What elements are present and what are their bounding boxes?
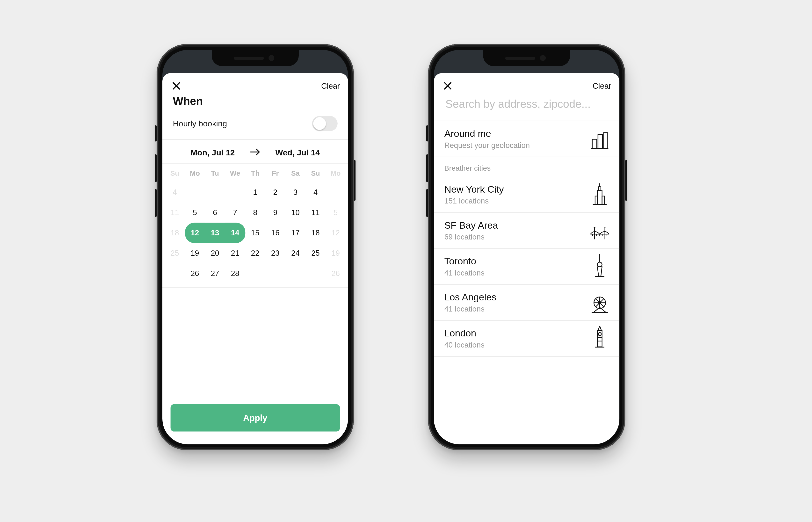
city-item[interactable]: New York City151 locations bbox=[434, 177, 620, 213]
city-item[interactable]: SF Bay Area69 locations bbox=[434, 213, 620, 249]
phone-notch bbox=[483, 50, 570, 66]
calendar-day[interactable]: 12 bbox=[185, 223, 205, 243]
calendar-day[interactable]: 18 bbox=[305, 223, 326, 243]
weekday-label: Th bbox=[245, 164, 265, 182]
svg-point-27 bbox=[598, 332, 601, 335]
calendar-day[interactable]: 25 bbox=[305, 243, 326, 263]
clear-button[interactable]: Clear bbox=[321, 81, 340, 90]
city-name: London bbox=[444, 328, 485, 339]
phone-side-button bbox=[426, 125, 428, 141]
phone-side-button bbox=[155, 189, 157, 217]
calendar-day-adjacent bbox=[326, 182, 346, 202]
calendar-day[interactable]: 24 bbox=[285, 243, 305, 263]
range-start[interactable]: Mon, Jul 12 bbox=[190, 148, 235, 157]
calendar-day[interactable]: 15 bbox=[245, 223, 265, 243]
date-range-display: Mon, Jul 12 Wed, Jul 14 bbox=[162, 140, 348, 163]
city-subtitle: 41 locations bbox=[444, 268, 485, 277]
phone-screen: Clear When Hourly booking Mon, Jul 12 bbox=[162, 50, 348, 444]
svg-point-17 bbox=[597, 262, 602, 266]
phone-side-button bbox=[426, 189, 428, 217]
phone-screen: Clear Around me Request your geolocation bbox=[434, 50, 620, 444]
hourly-booking-label: Hourly booking bbox=[173, 119, 227, 128]
calendar-day[interactable]: 5 bbox=[185, 202, 205, 223]
calendar-day[interactable]: 16 bbox=[265, 223, 285, 243]
phone-notch bbox=[212, 50, 299, 66]
phone-side-button bbox=[155, 154, 157, 182]
city-name: SF Bay Area bbox=[444, 220, 498, 231]
svg-rect-0 bbox=[592, 139, 597, 148]
apply-button[interactable]: Apply bbox=[170, 404, 340, 431]
calendar-day[interactable]: 20 bbox=[205, 243, 225, 263]
weekday-label: Mo bbox=[185, 164, 205, 182]
calendar-day[interactable]: 9 bbox=[265, 202, 285, 223]
city-name: Los Angeles bbox=[444, 292, 496, 303]
city-name: Toronto bbox=[444, 256, 485, 267]
calendar-day-adjacent: 5 bbox=[326, 202, 346, 223]
city-icon bbox=[590, 256, 609, 277]
hourly-booking-toggle[interactable] bbox=[312, 116, 338, 131]
weekday-label: We bbox=[225, 164, 245, 182]
city-item[interactable]: London40 locations bbox=[434, 321, 620, 357]
calendar-day-adjacent: 4 bbox=[165, 182, 185, 202]
phone-side-button bbox=[625, 160, 627, 201]
city-subtitle: 41 locations bbox=[444, 304, 496, 313]
phone-left: Clear When Hourly booking Mon, Jul 12 bbox=[157, 44, 354, 450]
city-name: New York City bbox=[444, 184, 504, 195]
mockup-canvas: Clear When Hourly booking Mon, Jul 12 bbox=[0, 0, 812, 522]
calendar-day-adjacent: 11 bbox=[165, 202, 185, 223]
city-item[interactable]: Toronto41 locations bbox=[434, 249, 620, 285]
calendar-day[interactable]: 14 bbox=[225, 223, 245, 243]
weekday-label: Su bbox=[305, 164, 326, 182]
calendar-day[interactable]: 10 bbox=[285, 202, 305, 223]
calendar-day[interactable]: 26 bbox=[185, 263, 205, 284]
city-icon bbox=[590, 328, 609, 349]
calendar-day[interactable]: 27 bbox=[205, 263, 225, 284]
calendar-day[interactable]: 2 bbox=[265, 182, 285, 202]
weekday-label: Su bbox=[165, 164, 185, 182]
calendar-day[interactable]: 11 bbox=[305, 202, 326, 223]
calendar-day[interactable]: 28 bbox=[225, 263, 245, 284]
calendar-day-adjacent: 26 bbox=[326, 263, 346, 284]
calendar-day-adjacent: 18 bbox=[165, 223, 185, 243]
weekday-label: Fr bbox=[265, 164, 285, 182]
calendar-day-adjacent: 25 bbox=[165, 243, 185, 263]
calendar-day[interactable]: 8 bbox=[245, 202, 265, 223]
city-icon bbox=[590, 220, 609, 241]
city-subtitle: 40 locations bbox=[444, 341, 485, 349]
calendar-day[interactable]: 3 bbox=[285, 182, 305, 202]
calendar-day[interactable]: 23 bbox=[265, 243, 285, 263]
location-sheet: Clear Around me Request your geolocation bbox=[434, 73, 620, 444]
city-list: New York City151 locationsSF Bay Area69 … bbox=[434, 177, 620, 364]
weekday-label: Mo bbox=[326, 164, 346, 182]
city-icon bbox=[590, 292, 609, 313]
svg-rect-2 bbox=[604, 132, 607, 148]
calendar-day-adjacent: 12 bbox=[326, 223, 346, 243]
city-subtitle: 151 locations bbox=[444, 197, 504, 205]
around-me-item[interactable]: Around me Request your geolocation bbox=[434, 121, 620, 157]
section-label: Breather cities bbox=[434, 157, 620, 177]
calendar-day[interactable]: 19 bbox=[185, 243, 205, 263]
calendar-day[interactable]: 7 bbox=[225, 202, 245, 223]
calendar-day[interactable]: 6 bbox=[205, 202, 225, 223]
around-me-title: Around me bbox=[444, 128, 530, 139]
close-icon[interactable] bbox=[442, 80, 453, 92]
city-icon bbox=[590, 184, 609, 205]
calendar-day[interactable]: 17 bbox=[285, 223, 305, 243]
clear-button[interactable]: Clear bbox=[593, 81, 611, 90]
range-end[interactable]: Wed, Jul 14 bbox=[275, 148, 320, 157]
search-input[interactable] bbox=[444, 97, 611, 112]
weekday-label: Sa bbox=[285, 164, 305, 182]
around-me-subtitle: Request your geolocation bbox=[444, 141, 530, 149]
calendar-day[interactable]: 13 bbox=[205, 223, 225, 243]
when-sheet: Clear When Hourly booking Mon, Jul 12 bbox=[162, 73, 348, 444]
calendar-day[interactable]: 1 bbox=[245, 182, 265, 202]
svg-rect-1 bbox=[598, 134, 603, 148]
city-item[interactable]: Los Angeles41 locations bbox=[434, 285, 620, 321]
calendar-day[interactable]: 4 bbox=[305, 182, 326, 202]
city-subtitle: 69 locations bbox=[444, 233, 498, 241]
close-icon[interactable] bbox=[170, 80, 182, 92]
calendar-day[interactable]: 21 bbox=[225, 243, 245, 263]
calendar-grid: SuMoTuWeThFrSaSuMo4123411567891011518121… bbox=[165, 164, 346, 284]
calendar-day[interactable]: 22 bbox=[245, 243, 265, 263]
phone-side-button bbox=[426, 154, 428, 182]
